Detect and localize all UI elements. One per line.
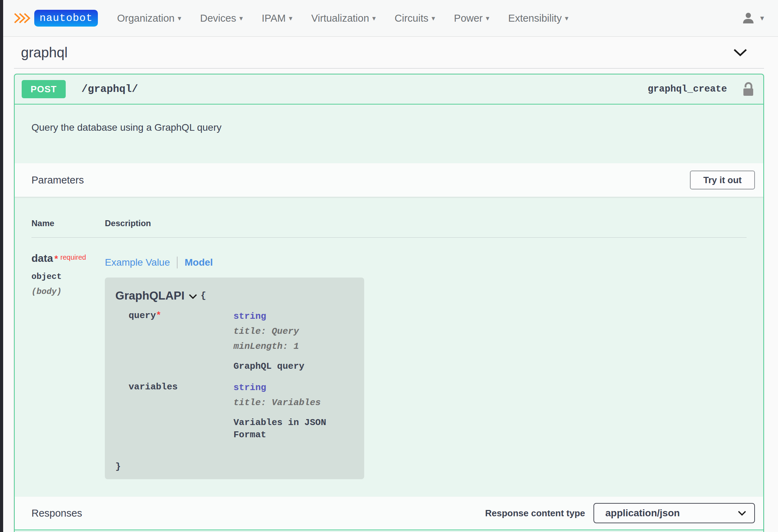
caret-down-icon: ▾ [432, 15, 435, 22]
primary-nav: Organization ▾ Devices ▾ IPAM ▾ Virtuali… [108, 13, 578, 24]
nav-item-devices[interactable]: Devices ▾ [191, 13, 252, 24]
caret-down-icon: ▾ [289, 15, 292, 22]
model-name[interactable]: GraphQLAPI [115, 289, 185, 302]
model-property-variables: variables string title: Variables Variab… [129, 382, 354, 441]
property-type: string [233, 382, 354, 394]
property-name: query* [129, 310, 233, 373]
collapse-section-icon[interactable] [733, 49, 747, 56]
model-title-row: GraphQLAPI { [115, 288, 354, 303]
model-properties: query* string title: Query minLength: 1 … [115, 310, 354, 441]
logo-text: nautobot [34, 10, 98, 27]
nav-item-extensibility[interactable]: Extensibility ▾ [499, 13, 578, 24]
parameters-heading: Parameters [31, 174, 84, 186]
caret-down-icon: ▾ [760, 14, 764, 23]
tab-model[interactable]: Model [185, 257, 213, 268]
nav-item-power[interactable]: Power ▾ [445, 13, 499, 24]
chevron-down-icon [737, 510, 747, 516]
required-asterisk: * [55, 253, 58, 264]
parameter-name-cell: data * required object (body) [31, 252, 105, 479]
try-it-out-button[interactable]: Try it out [690, 171, 755, 189]
property-name: variables [129, 382, 233, 441]
parameter-location: (body) [31, 287, 105, 296]
responses-body-area [15, 530, 763, 532]
required-label: required [60, 253, 86, 261]
property-detail: string title: Query minLength: 1 GraphQL… [233, 310, 304, 373]
endpoint-description: Query the database using a GraphQL query [15, 105, 763, 163]
user-icon [742, 12, 755, 24]
tag-section-header: graphql [14, 37, 764, 69]
model-property-query: query* string title: Query minLength: 1 … [129, 310, 354, 373]
response-content-type-group: Response content type application/json [485, 503, 755, 523]
method-badge: POST [22, 80, 66, 98]
property-description: GraphQL query [233, 360, 304, 373]
nav-item-label: Power [454, 13, 483, 24]
selected-content-type: application/json [605, 508, 680, 519]
close-brace: } [115, 461, 354, 473]
schema-tabs: Example Value Model [105, 257, 747, 268]
parameter-name: data [31, 252, 53, 264]
caret-down-icon: ▾ [239, 15, 243, 22]
response-content-type-select[interactable]: application/json [593, 503, 755, 523]
parameters-table-head: Name Description [31, 218, 747, 238]
nav-item-organization[interactable]: Organization ▾ [108, 13, 190, 24]
parameter-row: data * required object (body) Example Va… [31, 238, 747, 479]
opblock-post: POST /graphql/ graphql_create Query the … [14, 74, 764, 532]
endpoint-path[interactable]: /graphql/ [81, 83, 138, 95]
page-title: graphql [21, 45, 67, 60]
caret-down-icon: ▾ [178, 15, 181, 22]
opblock-summary: POST /graphql/ graphql_create [15, 74, 763, 105]
user-menu[interactable]: ▾ [742, 12, 768, 24]
responses-section: Responses Response content type applicat… [14, 497, 764, 532]
column-header-description: Description [105, 218, 151, 228]
nav-item-label: IPAM [262, 13, 286, 24]
model-box: GraphQLAPI { query* [105, 278, 364, 479]
parameters-header-bar: Parameters Try it out [15, 163, 763, 197]
nav-item-virtualization[interactable]: Virtualization ▾ [302, 13, 386, 24]
caret-down-icon: ▾ [486, 15, 489, 22]
nav-item-circuits[interactable]: Circuits ▾ [385, 13, 445, 24]
unlock-icon[interactable] [742, 81, 755, 97]
caret-down-icon: ▾ [565, 15, 568, 22]
parameter-description-cell: Example Value Model GraphQLAPI [105, 252, 747, 479]
caret-down-icon: ▾ [372, 15, 376, 22]
property-attr: title: Variables [233, 397, 354, 409]
top-navbar: nautobot Organization ▾ Devices ▾ IPAM ▾… [0, 0, 778, 37]
nav-item-label: Extensibility [508, 13, 562, 24]
response-content-type-label: Response content type [485, 508, 585, 519]
parameter-type: object [31, 272, 105, 281]
responses-heading: Responses [31, 508, 82, 519]
property-type: string [233, 310, 304, 323]
nav-item-label: Devices [200, 13, 236, 24]
window-edge [0, 0, 3, 532]
nav-item-label: Virtualization [311, 13, 369, 24]
property-attr: title: Query [233, 325, 304, 338]
logo-chevrons-icon [14, 11, 32, 25]
model-collapse-icon[interactable] [189, 294, 197, 299]
open-brace: { [201, 290, 206, 301]
operation-id: graphql_create [648, 84, 727, 94]
tab-separator [177, 257, 178, 268]
nav-item-label: Circuits [395, 13, 428, 24]
nav-item-ipam[interactable]: IPAM ▾ [252, 13, 302, 24]
nautobot-logo[interactable]: nautobot [14, 10, 98, 27]
nav-item-label: Organization [117, 13, 174, 24]
parameters-table: Name Description data * required object … [15, 197, 763, 479]
required-asterisk: * [156, 310, 161, 321]
responses-header-bar: Responses Response content type applicat… [15, 497, 763, 530]
tab-example-value[interactable]: Example Value [105, 257, 170, 268]
property-detail: string title: Variables Variables in JSO… [233, 382, 354, 441]
property-attr: minLength: 1 [233, 340, 304, 353]
swagger-content: graphql POST /graphql/ graphql_create Qu… [14, 37, 764, 74]
property-description: Variables in JSON Format [233, 417, 354, 441]
column-header-name: Name [31, 218, 105, 228]
